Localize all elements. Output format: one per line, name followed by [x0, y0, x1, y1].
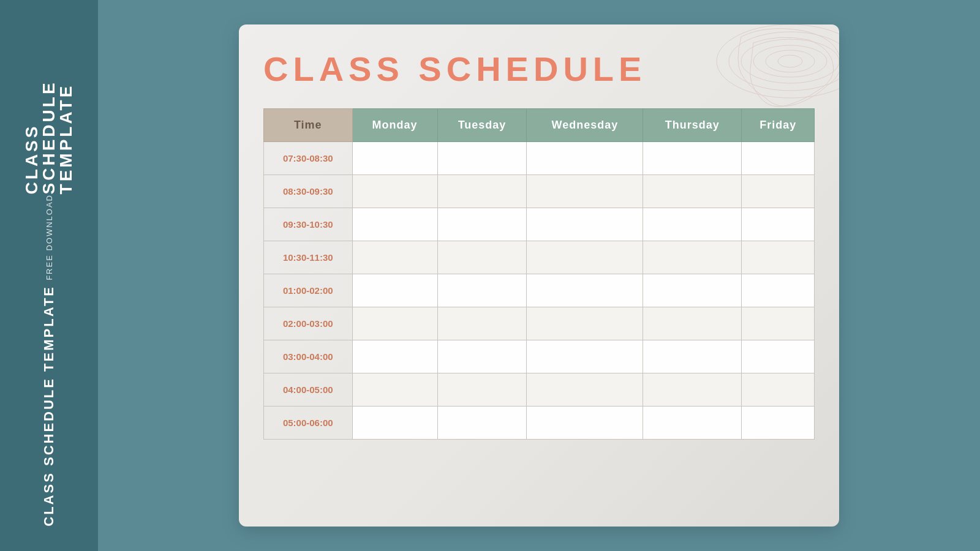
header-time: Time	[264, 109, 353, 142]
time-cell: 03:00-04:00	[264, 340, 353, 373]
friday-cell[interactable]	[742, 274, 815, 307]
wednesday-cell[interactable]	[527, 373, 643, 407]
header-tuesday: Tuesday	[437, 109, 527, 142]
time-cell: 05:00-06:00	[264, 407, 353, 440]
sidebar: CLASS SCHEDULE TEMPLATE FREE DOWNLOAD CL…	[0, 0, 98, 551]
friday-cell[interactable]	[742, 241, 815, 274]
friday-cell[interactable]	[742, 142, 815, 175]
main-content: CLASS SCHEDULE Time Monday Tuesday Wedne…	[98, 0, 980, 551]
tuesday-cell[interactable]	[437, 340, 527, 373]
friday-cell[interactable]	[742, 307, 815, 340]
header-monday: Monday	[352, 109, 437, 142]
header-wednesday: Wednesday	[527, 109, 643, 142]
sidebar-top-title: CLASS SCHEDULE TEMPLATE	[23, 24, 75, 194]
friday-cell[interactable]	[742, 208, 815, 241]
schedule-table: Time Monday Tuesday Wednesday Thursday F…	[263, 108, 815, 440]
table-row: 03:00-04:00	[264, 340, 815, 373]
wednesday-cell[interactable]	[527, 241, 643, 274]
time-cell: 01:00-02:00	[264, 274, 353, 307]
wednesday-cell[interactable]	[527, 274, 643, 307]
table-row: 09:30-10:30	[264, 208, 815, 241]
table-row: 02:00-03:00	[264, 307, 815, 340]
thursday-cell[interactable]	[643, 307, 742, 340]
thursday-cell[interactable]	[643, 274, 742, 307]
friday-cell[interactable]	[742, 373, 815, 407]
time-cell: 08:30-09:30	[264, 175, 353, 208]
friday-cell[interactable]	[742, 407, 815, 440]
thursday-cell[interactable]	[643, 175, 742, 208]
time-cell: 02:00-03:00	[264, 307, 353, 340]
thursday-cell[interactable]	[643, 208, 742, 241]
thursday-cell[interactable]	[643, 241, 742, 274]
monday-cell[interactable]	[352, 241, 437, 274]
wednesday-cell[interactable]	[527, 142, 643, 175]
table-row: 05:00-06:00	[264, 407, 815, 440]
sidebar-bottom: FREE DOWNLOAD CLASS SCHEDULE TEMPLATE	[41, 194, 57, 527]
tuesday-cell[interactable]	[437, 307, 527, 340]
monday-cell[interactable]	[352, 340, 437, 373]
tuesday-cell[interactable]	[437, 373, 527, 407]
table-row: 07:30-08:30	[264, 142, 815, 175]
table-row: 10:30-11:30	[264, 241, 815, 274]
time-cell: 07:30-08:30	[264, 142, 353, 175]
wednesday-cell[interactable]	[527, 340, 643, 373]
wednesday-cell[interactable]	[527, 175, 643, 208]
tuesday-cell[interactable]	[437, 407, 527, 440]
tuesday-cell[interactable]	[437, 175, 527, 208]
sidebar-free-download-label: FREE DOWNLOAD	[45, 194, 54, 280]
schedule-card: CLASS SCHEDULE Time Monday Tuesday Wedne…	[239, 24, 839, 527]
time-cell: 04:00-05:00	[264, 373, 353, 407]
monday-cell[interactable]	[352, 142, 437, 175]
monday-cell[interactable]	[352, 208, 437, 241]
table-header-row: Time Monday Tuesday Wednesday Thursday F…	[264, 109, 815, 142]
table-row: 08:30-09:30	[264, 175, 815, 208]
monday-cell[interactable]	[352, 307, 437, 340]
friday-cell[interactable]	[742, 175, 815, 208]
thursday-cell[interactable]	[643, 373, 742, 407]
table-row: 04:00-05:00	[264, 373, 815, 407]
thursday-cell[interactable]	[643, 142, 742, 175]
header-thursday: Thursday	[643, 109, 742, 142]
friday-cell[interactable]	[742, 340, 815, 373]
monday-cell[interactable]	[352, 274, 437, 307]
wednesday-cell[interactable]	[527, 407, 643, 440]
sidebar-bottom-label: CLASS SCHEDULE TEMPLATE	[41, 285, 57, 527]
monday-cell[interactable]	[352, 373, 437, 407]
tuesday-cell[interactable]	[437, 142, 527, 175]
wednesday-cell[interactable]	[527, 208, 643, 241]
wednesday-cell[interactable]	[527, 307, 643, 340]
thursday-cell[interactable]	[643, 407, 742, 440]
tuesday-cell[interactable]	[437, 274, 527, 307]
table-row: 01:00-02:00	[264, 274, 815, 307]
schedule-title: CLASS SCHEDULE	[263, 49, 815, 89]
time-cell: 09:30-10:30	[264, 208, 353, 241]
tuesday-cell[interactable]	[437, 208, 527, 241]
thursday-cell[interactable]	[643, 340, 742, 373]
monday-cell[interactable]	[352, 175, 437, 208]
tuesday-cell[interactable]	[437, 241, 527, 274]
header-friday: Friday	[742, 109, 815, 142]
monday-cell[interactable]	[352, 407, 437, 440]
time-cell: 10:30-11:30	[264, 241, 353, 274]
